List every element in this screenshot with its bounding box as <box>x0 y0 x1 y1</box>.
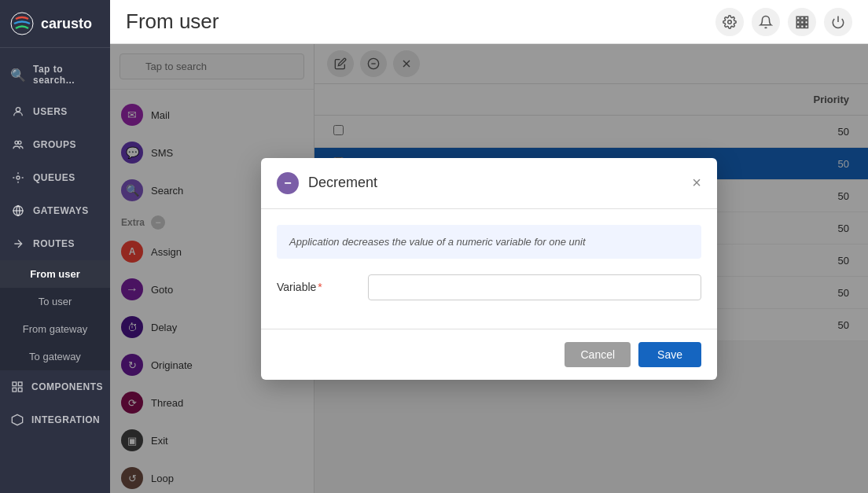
gateways-icon <box>11 204 25 218</box>
integration-icon <box>11 413 24 427</box>
modal-title: Decrement <box>308 175 682 191</box>
sidebar-item-gateways-label: GATEWAYS <box>33 205 89 216</box>
subnav-from-user[interactable]: From user <box>0 260 110 288</box>
modal-body: Application decreases the value of a num… <box>261 209 717 329</box>
users-icon <box>11 105 25 119</box>
content-area: 🔍 ✉ Mail 💬 SMS 🔍 Search <box>110 44 868 493</box>
svg-rect-9 <box>13 388 17 392</box>
svg-rect-15 <box>805 17 808 20</box>
sidebar-search-placeholder: Tap to search... <box>33 64 99 86</box>
modal-title-icon: − <box>277 172 299 194</box>
sidebar-item-integration[interactable]: INTEGRATION <box>0 403 110 436</box>
logo-text: carusto <box>41 16 92 32</box>
logo: carusto <box>0 0 110 48</box>
power-button[interactable] <box>824 8 852 36</box>
modal-close-button[interactable]: × <box>692 174 701 192</box>
app-container: carusto 🔍 Tap to search... USERS GROUPS <box>0 0 868 493</box>
svg-rect-21 <box>805 24 808 28</box>
sidebar-item-integration-label: INTEGRATION <box>31 414 100 425</box>
sidebar-search[interactable]: 🔍 Tap to search... <box>0 54 110 95</box>
sidebar-item-queues-label: QUEUES <box>33 172 75 183</box>
svg-rect-17 <box>801 20 804 24</box>
groups-icon <box>11 138 25 152</box>
decrement-modal: − Decrement × Application decreases the … <box>261 158 717 380</box>
notifications-button[interactable] <box>752 8 780 36</box>
components-icon <box>11 380 24 394</box>
routes-icon <box>11 237 25 251</box>
modal-overlay: − Decrement × Application decreases the … <box>110 44 868 493</box>
save-button[interactable]: Save <box>638 342 701 367</box>
svg-rect-18 <box>805 20 808 24</box>
variable-label-text: Variable <box>277 281 316 293</box>
main-content: From user <box>110 0 868 493</box>
queues-icon <box>11 171 25 185</box>
svg-rect-19 <box>796 24 800 28</box>
svg-point-12 <box>728 20 732 24</box>
sidebar-item-groups-label: GROUPS <box>33 139 76 150</box>
modal-header: − Decrement × <box>261 158 717 209</box>
subnav-to-user[interactable]: To user <box>0 288 110 315</box>
modal-form-row-variable: Variable* <box>277 274 701 300</box>
top-bar-actions <box>715 8 852 36</box>
svg-point-3 <box>18 141 21 144</box>
sidebar-item-users[interactable]: USERS <box>0 95 110 128</box>
svg-point-4 <box>17 176 20 179</box>
subnav-to-gateway[interactable]: To gateway <box>0 343 110 370</box>
settings-button[interactable] <box>715 8 744 36</box>
cancel-button[interactable]: Cancel <box>565 342 631 367</box>
variable-label: Variable* <box>277 281 355 293</box>
sidebar-nav: 🔍 Tap to search... USERS GROUPS <box>0 48 110 493</box>
sidebar-item-queues[interactable]: QUEUES <box>0 161 110 194</box>
modal-footer: Cancel Save <box>261 329 717 380</box>
modal-icon-symbol: − <box>284 176 291 190</box>
svg-rect-13 <box>796 17 800 20</box>
svg-rect-7 <box>13 382 17 386</box>
modal-description-text: Application decreases the value of a num… <box>289 236 689 248</box>
sidebar-item-routes-label: ROUTES <box>33 238 75 249</box>
sidebar: carusto 🔍 Tap to search... USERS GROUPS <box>0 0 110 493</box>
grid-button[interactable] <box>788 8 816 36</box>
svg-rect-20 <box>801 24 804 28</box>
variable-input[interactable] <box>368 274 701 300</box>
sidebar-item-groups[interactable]: GROUPS <box>0 128 110 161</box>
svg-rect-10 <box>18 388 22 392</box>
sidebar-item-routes[interactable]: ROUTES <box>0 227 110 260</box>
sidebar-item-components-label: COMPONENTS <box>31 381 103 392</box>
sidebar-item-gateways[interactable]: GATEWAYS <box>0 194 110 227</box>
sidebar-item-components[interactable]: COMPONENTS <box>0 370 110 403</box>
svg-rect-8 <box>18 382 22 386</box>
svg-rect-14 <box>801 17 804 20</box>
svg-rect-16 <box>796 20 800 24</box>
sidebar-item-users-label: USERS <box>33 106 68 117</box>
modal-description: Application decreases the value of a num… <box>277 225 701 259</box>
page-title: From user <box>126 9 219 34</box>
routes-subnav: From user To user From gateway To gatewa… <box>0 260 110 370</box>
top-bar: From user <box>110 0 868 44</box>
svg-marker-11 <box>12 414 22 425</box>
sidebar-search-icon: 🔍 <box>11 68 25 82</box>
subnav-from-gateway[interactable]: From gateway <box>0 315 110 343</box>
logo-icon <box>9 11 35 36</box>
required-marker: * <box>318 281 322 293</box>
svg-point-1 <box>16 108 20 112</box>
